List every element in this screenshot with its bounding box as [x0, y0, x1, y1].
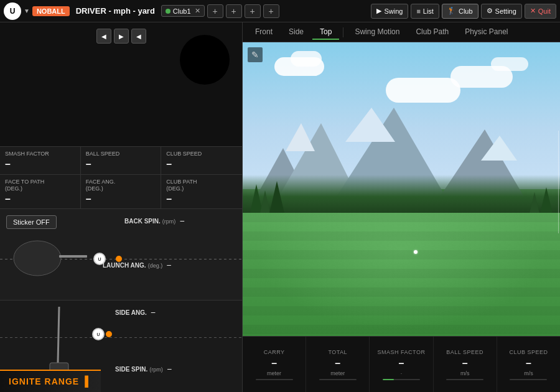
mountain-4-snow [481, 136, 517, 161]
dropdown-arrow[interactable]: ▼ [24, 7, 30, 14]
face-ang-cell: FACE ANG.(deg.) – [81, 175, 162, 208]
club-speed-bottom-unit: m/s [524, 370, 533, 376]
stats-row-1: SMASH FACTOR – BALL SPEED – CLUB SPEED – [0, 147, 242, 175]
stats-bottom: CARRY – meter TOTAL – meter SMASH FACTOR… [243, 336, 560, 392]
next-button[interactable]: ◀ [131, 29, 146, 44]
carry-unit: meter [267, 370, 281, 376]
mountain-3-snow [345, 108, 395, 142]
total-value: – [335, 358, 340, 369]
tab-side[interactable]: Side [281, 25, 311, 40]
club-speed-label: CLUB SPEED [166, 151, 237, 157]
ignite-range-badge: IGNITE RANGE ▌ [0, 370, 101, 392]
quit-button[interactable]: ✕ Quit [525, 4, 556, 19]
club-button[interactable]: 🏌 Club [442, 4, 478, 19]
stats-row-2: FACE to PATH(deg.) – FACE ANG.(deg.) – C… [0, 175, 242, 209]
view-tabs: Front Side Top Swing Motion Club Path Ph… [243, 22, 560, 42]
carry-bar [256, 379, 293, 380]
smash-factor-value: – [5, 159, 75, 170]
edit-pencil-icon: ✎ [251, 50, 259, 60]
total-bar [319, 379, 357, 380]
ball-speed-cell: BALL SPEED – [81, 147, 162, 174]
main-layout: ◀ ▶ ◀ SMASH FACTOR – BALL SPEED – CLUB S… [0, 22, 560, 392]
video-area: ◀ ▶ ◀ [0, 22, 242, 147]
carry-value: – [271, 358, 277, 369]
ball-speed-bottom-label: BALL SPEED [446, 349, 483, 355]
cloud-5 [386, 78, 460, 103]
swing-button[interactable]: ▶ Swing [371, 4, 408, 19]
add-club-button-3[interactable]: + [245, 4, 261, 18]
sticker-area: Sticker OFF U BACK SPIN. (rpm) – [0, 209, 242, 301]
add-club-button-2[interactable]: + [226, 4, 242, 18]
ball-speed-value: – [86, 159, 156, 170]
cloud-4 [491, 57, 528, 71]
driver-label: DRIVER - mph - yard [76, 6, 155, 16]
driver-club-shape [12, 236, 87, 280]
club-path-label: CLUB PATH(deg.) [166, 179, 237, 192]
tab-swing-motion[interactable]: Swing Motion [347, 25, 407, 40]
tab-front[interactable]: Front [248, 25, 280, 40]
course-background [243, 42, 560, 336]
top-bar: U ▼ NOBALL DRIVER - mph - yard Club1 ✕ +… [0, 0, 560, 22]
quit-icon: ✕ [530, 7, 536, 15]
side-traj-line [0, 337, 242, 338]
side-ang-label: SIDE ANG. – [115, 308, 156, 317]
club-speed-cell: CLUB SPEED – [161, 147, 242, 174]
smash-factor-bottom-cell: SMASH FACTOR – · [370, 337, 433, 392]
setting-button[interactable]: ⚙ Setting [481, 4, 522, 19]
carry-label: CARRY [264, 349, 285, 355]
ball-preview [180, 35, 230, 85]
launch-ang-label: LAUNCH ANG. (deg.) – [103, 261, 171, 269]
right-panel: Front Side Top Swing Motion Club Path Ph… [243, 22, 560, 392]
side-spin-label: SIDE SPIN. (rpm) – [115, 365, 172, 373]
ball-speed-bottom-cell: BALL SPEED – m/s [434, 337, 497, 392]
logo-button[interactable]: U [4, 2, 21, 20]
club-speed-bottom-cell: CLUB SPEED – m/s [497, 337, 560, 392]
club-icon: 🏌 [447, 7, 456, 15]
face-to-path-label: FACE to PATH(deg.) [5, 179, 75, 192]
tab-top[interactable]: Top [312, 25, 339, 40]
setting-icon: ⚙ [487, 7, 493, 15]
bottom-left-panel: U SIDE ANG. – SIDE SPIN. (rpm) – FACE AN… [0, 300, 242, 392]
svg-line-2 [58, 307, 59, 363]
ball-speed-bar [446, 379, 483, 380]
mountain-2-snow [286, 123, 315, 151]
club-speed-bar [510, 379, 547, 380]
club-speed-value: – [166, 159, 237, 170]
ball-marker-side: U [92, 328, 105, 340]
club-close-icon[interactable]: ✕ [195, 7, 200, 15]
total-unit: meter [330, 370, 345, 376]
prev-button[interactable]: ◀ [96, 29, 111, 44]
back-spin-label: BACK SPIN. (rpm) – [124, 217, 184, 225]
list-button[interactable]: ≡ List [411, 4, 439, 19]
smash-factor-bar [383, 379, 420, 380]
tab-club-path[interactable]: Club Path [408, 25, 456, 40]
carry-cell: CARRY – meter [243, 337, 306, 392]
add-club-button-1[interactable]: + [207, 4, 223, 18]
club-speed-bottom-value: – [526, 358, 531, 369]
club-active-dot [166, 9, 170, 14]
left-panel: ◀ ▶ ◀ SMASH FACTOR – BALL SPEED – CLUB S… [0, 22, 243, 392]
svg-point-0 [14, 241, 61, 276]
fairway [243, 213, 560, 336]
edit-icon[interactable]: ✎ [248, 47, 263, 62]
ball-speed-bottom-value: – [462, 358, 468, 369]
add-club-button-4[interactable]: + [263, 4, 279, 18]
boundary-marker [558, 131, 559, 233]
club-speed-bottom-label: CLUB SPEED [509, 349, 548, 355]
club-path-cell: CLUB PATH(deg.) – [161, 175, 242, 208]
sticker-off-button[interactable]: Sticker OFF [6, 215, 57, 229]
play-button[interactable]: ▶ [114, 29, 129, 44]
smash-factor-cell: SMASH FACTOR – [0, 147, 81, 174]
face-ang-label: FACE ANG.(deg.) [86, 179, 156, 192]
face-to-path-value: – [5, 194, 75, 205]
tab-physic-panel[interactable]: Physic Panel [457, 25, 515, 40]
smash-factor-label: SMASH FACTOR [5, 151, 75, 157]
trees [243, 175, 560, 218]
club-path-value: – [166, 194, 237, 205]
total-cell: TOTAL – meter [306, 337, 370, 392]
club1-tab[interactable]: Club1 ✕ [161, 5, 205, 17]
no-ball-badge: NOBALL [32, 6, 70, 16]
ball-speed-bottom-unit: m/s [460, 370, 470, 376]
list-icon: ≡ [416, 7, 420, 15]
cloud-2 [291, 51, 322, 67]
